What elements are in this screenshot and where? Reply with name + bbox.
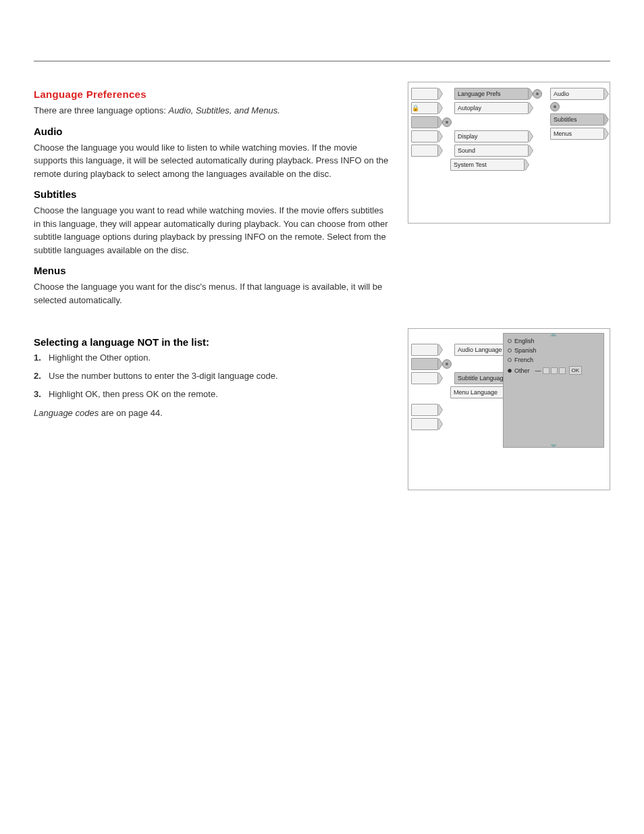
heading-select-other: Selecting a language NOT in the list: <box>34 336 389 348</box>
step-2: 2. Use the number buttons to enter the 3… <box>34 370 389 383</box>
figure-language-other: Audio Language Subtitle Language Menu La… <box>408 328 610 490</box>
stub-pill[interactable] <box>411 372 438 384</box>
stub-pill[interactable] <box>411 344 438 356</box>
knob-icon <box>442 359 452 369</box>
menu-item-language-prefs[interactable]: Language Prefs <box>454 88 529 100</box>
knob-icon <box>550 102 560 111</box>
menu-item-sound[interactable]: Sound <box>454 145 529 157</box>
horizontal-rule <box>34 61 610 61</box>
heading-subtitles: Subtitles <box>34 188 389 200</box>
heading-menus: Menus <box>34 265 389 276</box>
note-language-codes: Language codes are on page 44. <box>34 407 389 420</box>
radio-french[interactable]: French <box>508 357 599 363</box>
stub-pill[interactable] <box>411 418 438 430</box>
other-code-input[interactable]: — OK <box>535 366 583 375</box>
radio-other[interactable]: Other — OK <box>508 366 599 375</box>
para-audio: Choose the language you would like to li… <box>34 141 389 181</box>
stub-pill[interactable] <box>411 404 438 416</box>
scroll-up-icon[interactable] <box>550 333 557 336</box>
scroll-down-icon[interactable] <box>550 444 557 448</box>
submenu-audio[interactable]: Audio <box>550 88 604 100</box>
section-language-preferences: Language Preferences There are three lan… <box>34 82 610 312</box>
stub-pill[interactable] <box>411 88 438 100</box>
knob-icon <box>442 118 452 127</box>
stub-pill[interactable] <box>411 358 438 370</box>
stub-pill[interactable] <box>411 145 438 157</box>
figure-preferences-menu: Language Prefs 🔒 Autoplay Display Sound … <box>408 82 610 224</box>
stub-pill[interactable]: 🔒 <box>411 102 438 114</box>
radio-english[interactable]: English <box>508 338 599 344</box>
intro-para: There are three language options: Audio,… <box>34 104 389 118</box>
step-3: 3. Highlight OK, then press OK on the re… <box>34 388 389 401</box>
heading-language-preferences: Language Preferences <box>34 88 389 100</box>
knob-icon <box>533 89 542 99</box>
lock-icon: 🔒 <box>412 105 419 111</box>
steps-list: 1. Highlight the Other option. 2. Use th… <box>34 352 389 401</box>
ok-button[interactable]: OK <box>569 366 583 375</box>
heading-audio: Audio <box>34 126 389 137</box>
stub-pill[interactable] <box>411 116 438 128</box>
para-subtitles: Choose the language you want to read whi… <box>34 204 389 257</box>
stub-pill[interactable] <box>411 130 438 142</box>
menu-item-autoplay[interactable]: Autoplay <box>454 102 529 114</box>
radio-spanish[interactable]: Spanish <box>508 347 599 354</box>
menu-item-system-test[interactable]: System Test <box>450 159 525 171</box>
para-menus: Choose the language you want for the dis… <box>34 280 389 307</box>
section-other-language: Selecting a language NOT in the list: 1.… <box>34 328 610 490</box>
step-1: 1. Highlight the Other option. <box>34 352 389 365</box>
submenu-subtitles[interactable]: Subtitles <box>550 113 604 126</box>
code-digit-2[interactable] <box>551 367 558 374</box>
submenu-menus[interactable]: Menus <box>550 128 604 140</box>
language-radio-list: English Spanish French Other — OK <box>503 333 604 448</box>
menu-item-display[interactable]: Display <box>454 130 529 142</box>
code-digit-1[interactable] <box>543 367 549 374</box>
code-digit-3[interactable] <box>559 367 566 374</box>
